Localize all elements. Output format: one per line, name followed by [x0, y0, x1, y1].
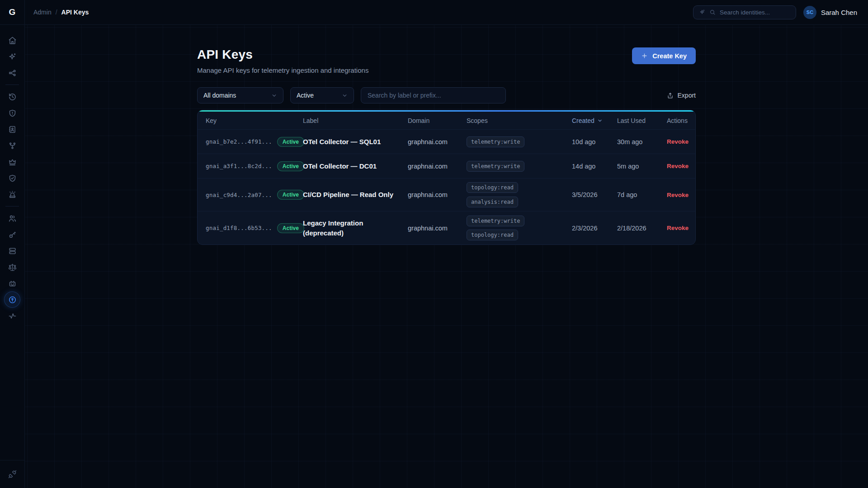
col-last-used: Last Used [617, 117, 667, 124]
user-menu[interactable]: SC Sarah Chen [803, 6, 857, 19]
search-icon [709, 9, 716, 15]
table-row: gnai_b7e2...4f91... Active OTel Collecto… [198, 129, 695, 154]
unplug-icon[interactable] [5, 466, 20, 482]
key-domain: graphnai.com [408, 191, 467, 198]
robot-icon[interactable] [5, 276, 20, 291]
chevron-down-icon [271, 93, 277, 99]
api-keys-table: Key Label Domain Scopes Created Last Use… [197, 110, 696, 245]
activity-icon[interactable] [5, 308, 20, 324]
search-identities-input[interactable] [720, 9, 783, 16]
table-header: Key Label Domain Scopes Created Last Use… [198, 112, 695, 129]
chevron-down-icon [342, 93, 348, 99]
scope-chip: telemetry:write [467, 161, 524, 172]
table-row: gnai_c9d4...2a07... Active CI/CD Pipelin… [198, 178, 695, 211]
scope-chip: telemetry:write [467, 216, 524, 226]
last-used-value: 2/18/2026 [617, 225, 667, 232]
git-fork-icon[interactable] [5, 138, 20, 153]
status-badge: Active [277, 161, 304, 171]
user-name: Sarah Chen [821, 9, 857, 16]
key-label: CI/CD Pipeline — Read Only [303, 190, 408, 200]
breadcrumb-section[interactable]: Admin [33, 9, 52, 16]
scales-icon[interactable] [5, 259, 20, 275]
key-domain: graphnai.com [408, 225, 467, 232]
created-value: 14d ago [572, 163, 617, 170]
servers-icon[interactable] [5, 243, 20, 258]
sidebar-divider [5, 206, 19, 206]
domain-filter-select[interactable]: All domains [197, 87, 283, 103]
sidebar [0, 25, 25, 488]
api-key-prefix: gnai_a3f1...8c2d... [206, 163, 272, 169]
status-badge: Active [277, 223, 304, 233]
users-icon[interactable] [5, 211, 20, 226]
scope-chip: topology:read [467, 230, 518, 240]
plus-icon [641, 52, 648, 59]
revoke-button[interactable]: Revoke [667, 192, 689, 198]
col-actions: Actions [667, 117, 688, 124]
col-key: Key [206, 117, 303, 124]
crown-icon[interactable] [5, 154, 20, 169]
table-row: gnai_a3f1...8c2d... Active OTel Collecto… [198, 154, 695, 178]
app-logo-letter: G [9, 7, 16, 17]
revoke-button[interactable]: Revoke [667, 225, 689, 231]
api-key-prefix: gnai_d1f8...6b53... [206, 225, 272, 231]
table-row: gnai_d1f8...6b53... Active Legacy Integr… [198, 211, 695, 244]
last-used-value: 30m ago [617, 138, 667, 145]
breadcrumb-current-page: API Keys [61, 9, 89, 16]
create-key-button[interactable]: Create Key [632, 47, 696, 64]
last-used-value: 5m ago [617, 163, 667, 170]
app-logo[interactable]: G [0, 0, 25, 25]
history-icon[interactable] [5, 89, 20, 104]
created-value: 2/3/2026 [572, 225, 617, 232]
network-graph-icon[interactable] [5, 65, 20, 80]
breadcrumb-separator: / [56, 9, 57, 16]
main-content: API Keys Manage API keys for telemetry i… [25, 25, 868, 245]
key-icon[interactable] [5, 227, 20, 242]
home-icon[interactable] [5, 33, 20, 48]
sparkles-icon [699, 9, 705, 15]
created-value: 10d ago [572, 138, 617, 145]
col-scopes: Scopes [467, 117, 572, 124]
col-domain: Domain [408, 117, 467, 124]
api-key-prefix: gnai_b7e2...4f91... [206, 138, 272, 145]
avatar[interactable]: SC [803, 6, 816, 19]
key-domain: graphnai.com [408, 163, 467, 170]
page-subtitle: Manage API keys for telemetry ingestion … [197, 66, 368, 74]
revoke-button[interactable]: Revoke [667, 163, 689, 169]
breadcrumb: Admin / API Keys [33, 9, 89, 16]
sparkles-nav-icon[interactable] [5, 49, 20, 64]
sidebar-divider [5, 84, 19, 85]
shield-check-icon[interactable] [5, 170, 20, 186]
key-label: OTel Collector — SQL01 [303, 137, 408, 147]
created-value: 3/5/2026 [572, 191, 617, 198]
last-used-value: 7d ago [617, 191, 667, 198]
label-search-input[interactable] [361, 87, 506, 103]
scope-chip: analysis:read [467, 197, 518, 207]
col-label: Label [303, 117, 408, 124]
key-label: Legacy Integration (deprecated) [303, 218, 408, 238]
shield-alert-icon[interactable] [5, 105, 20, 121]
siren-icon[interactable] [5, 187, 20, 202]
api-keys-circle-icon[interactable] [5, 292, 20, 307]
col-created-sort[interactable]: Created [572, 117, 617, 124]
revoke-button[interactable]: Revoke [667, 138, 689, 145]
status-filter-select[interactable]: Active [290, 87, 354, 103]
contact-book-icon[interactable] [5, 122, 20, 137]
status-badge: Active [277, 190, 304, 200]
export-icon [667, 92, 674, 99]
scope-chip: telemetry:write [467, 136, 524, 147]
topbar: G Admin / API Keys SC Sarah Chen [0, 0, 868, 25]
chevron-down-icon [597, 118, 603, 123]
global-search[interactable] [693, 5, 796, 19]
scope-chip: topology:read [467, 182, 518, 193]
export-button[interactable]: Export [667, 92, 696, 99]
key-domain: graphnai.com [408, 138, 467, 145]
key-label: OTel Collector — DC01 [303, 161, 408, 171]
page-title: API Keys [197, 47, 368, 62]
status-badge: Active [277, 137, 304, 147]
api-key-prefix: gnai_c9d4...2a07... [206, 192, 272, 198]
